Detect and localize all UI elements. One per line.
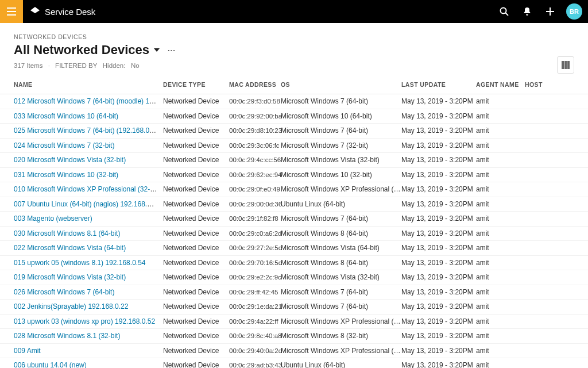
cell-last-update: May 13, 2019 - 3:20PM xyxy=(401,97,476,105)
cell-name: 012 Microsoft Windows 7 (64-bit) (moodle… xyxy=(14,97,163,105)
cell-mac: 00:0c:29:4a:22:ff xyxy=(229,318,281,325)
notifications-button[interactable] xyxy=(517,0,537,23)
table-row[interactable]: 010 Microsoft Windows XP Professional (3… xyxy=(0,182,588,197)
cell-device-type: Networked Device xyxy=(163,185,229,193)
cell-last-update: May 13, 2019 - 3:20PM xyxy=(401,185,476,193)
table-row[interactable]: 006 ubuntu 14.04 (new)Networked Device00… xyxy=(0,358,588,368)
cell-last-update: May 13, 2019 - 3:20PM xyxy=(401,214,476,223)
search-button[interactable] xyxy=(494,0,514,23)
page-title[interactable]: All Networked Devices xyxy=(14,43,149,57)
col-header-device-type[interactable]: DEVICE TYPE xyxy=(163,81,229,88)
user-avatar[interactable]: BR xyxy=(566,3,582,20)
device-link[interactable]: 007 Ubuntu Linux (64-bit) (nagios) 192.1… xyxy=(14,200,161,208)
cell-agent: amit xyxy=(476,244,525,252)
more-actions-button[interactable]: ··· xyxy=(168,46,176,55)
col-header-os[interactable]: OS xyxy=(281,81,401,88)
table-row[interactable]: 009 AmitNetworked Device00:0c:29:40:0a:2… xyxy=(0,344,588,359)
table-row[interactable]: 002 Jenkins(Sprayable) 192.168.0.22Netwo… xyxy=(0,300,588,315)
col-header-mac[interactable]: MAC ADDRESS xyxy=(229,81,281,88)
device-link[interactable]: 022 Microsoft Windows Vista (64-bit) xyxy=(14,244,126,252)
cell-mac: 00:0c:29:d8:10:23 xyxy=(229,127,281,134)
cell-last-update: May 13, 2019 - 3:20PM xyxy=(401,361,476,368)
title-dropdown-caret[interactable] xyxy=(154,48,160,52)
cell-os: Microsoft Windows 7 (64-bit) xyxy=(281,214,401,223)
table-row[interactable]: 019 Microsoft Windows Vista (32-bit)Netw… xyxy=(0,270,588,285)
device-link[interactable]: 033 Microsoft Windows 10 (64-bit) xyxy=(14,112,118,120)
cell-os: Microsoft Windows Vista (32-bit) xyxy=(281,273,401,281)
cell-name: 013 upwork 03 (windows xp pro) 192.168.0… xyxy=(14,317,163,325)
cell-mac: 00:0c:29:62:ec:94 xyxy=(229,171,281,178)
app-name: Service Desk xyxy=(45,7,95,17)
device-link[interactable]: 019 Microsoft Windows Vista (32-bit) xyxy=(14,273,126,281)
cell-agent: amit xyxy=(476,171,525,179)
table-row[interactable]: 030 Microsoft Windows 8.1 (64-bit)Networ… xyxy=(0,227,588,241)
device-link[interactable]: 002 Jenkins(Sprayable) 192.168.0.22 xyxy=(14,302,128,310)
cell-agent: amit xyxy=(476,347,525,355)
col-header-agent[interactable]: AGENT NAME xyxy=(476,81,525,88)
table-row[interactable]: 025 Microsoft Windows 7 (64-bit) (192.16… xyxy=(0,124,588,139)
device-link[interactable]: 010 Microsoft Windows XP Professional (3… xyxy=(14,185,160,193)
cell-device-type: Networked Device xyxy=(163,156,229,164)
cell-device-type: Networked Device xyxy=(163,259,229,267)
svg-marker-8 xyxy=(154,48,160,52)
hamburger-menu-button[interactable] xyxy=(0,0,23,23)
brand-logo-icon xyxy=(30,6,40,17)
cell-agent: amit xyxy=(476,317,525,325)
svg-rect-10 xyxy=(564,61,567,69)
cell-os: Microsoft Windows 10 (64-bit) xyxy=(281,112,401,120)
cell-mac: 00:0c:29:f3:d0:58 xyxy=(229,98,281,105)
table-row[interactable]: 024 Microsoft Windows 7 (32-bit)Networke… xyxy=(0,139,588,154)
cell-mac: 00:0c:29:3c:06:fc xyxy=(229,142,281,149)
cell-os: Microsoft Windows 8 (64-bit) xyxy=(281,259,401,267)
cell-name: 025 Microsoft Windows 7 (64-bit) (192.16… xyxy=(14,126,163,135)
cell-os: Microsoft Windows Vista (32-bit) xyxy=(281,156,401,164)
col-header-name[interactable]: NAME xyxy=(14,81,163,88)
device-link[interactable]: 026 Microsoft Windows 7 (64-bit) xyxy=(14,288,114,296)
cell-device-type: Networked Device xyxy=(163,171,229,179)
bell-icon xyxy=(523,7,532,16)
device-link[interactable]: 028 Microsoft Windows 8.1 (32-bit) xyxy=(14,332,120,340)
table-row[interactable]: 015 upwork 05 (windows 8.1) 192.168.0.54… xyxy=(0,256,588,271)
cell-device-type: Networked Device xyxy=(163,112,229,120)
table-row[interactable]: 007 Ubuntu Linux (64-bit) (nagios) 192.1… xyxy=(0,197,588,212)
cell-agent: amit xyxy=(476,97,525,105)
cell-agent: amit xyxy=(476,288,525,296)
table-row[interactable]: 012 Microsoft Windows 7 (64-bit) (moodle… xyxy=(0,94,588,109)
cell-device-type: Networked Device xyxy=(163,229,229,237)
cell-name: 033 Microsoft Windows 10 (64-bit) xyxy=(14,112,163,120)
cell-os: Microsoft Windows 10 (32-bit) xyxy=(281,171,401,179)
device-link[interactable]: 024 Microsoft Windows 7 (32-bit) xyxy=(14,141,114,150)
table-row[interactable]: 031 Microsoft Windows 10 (32-bit)Network… xyxy=(0,168,588,183)
col-header-host[interactable]: HOST xyxy=(525,81,574,88)
add-button[interactable] xyxy=(540,0,560,23)
col-header-last-update[interactable]: LAST UPDATE xyxy=(401,81,476,88)
device-link[interactable]: 015 upwork 05 (windows 8.1) 192.168.0.54 xyxy=(14,259,145,267)
cell-mac: 00:0c:29:92:00:ba xyxy=(229,113,281,120)
column-settings-button[interactable] xyxy=(557,56,574,74)
cell-mac: 00:0c:29:00:0d:36 xyxy=(229,201,281,208)
table-row[interactable]: 026 Microsoft Windows 7 (64-bit)Networke… xyxy=(0,285,588,300)
svg-marker-3 xyxy=(30,7,40,13)
device-link[interactable]: 013 upwork 03 (windows xp pro) 192.168.0… xyxy=(14,317,155,325)
table-row[interactable]: 033 Microsoft Windows 10 (64-bit)Network… xyxy=(0,109,588,124)
cell-last-update: May 13, 2019 - 3:20PM xyxy=(401,302,476,310)
table-row[interactable]: 013 upwork 03 (windows xp pro) 192.168.0… xyxy=(0,315,588,329)
table-row[interactable]: 022 Microsoft Windows Vista (64-bit)Netw… xyxy=(0,241,588,256)
device-link[interactable]: 006 ubuntu 14.04 (new) xyxy=(14,361,87,368)
device-link[interactable]: 025 Microsoft Windows 7 (64-bit) (192.16… xyxy=(14,126,161,135)
table-row[interactable]: 003 Magento (webserver)Networked Device0… xyxy=(0,212,588,227)
table-row[interactable]: 028 Microsoft Windows 8.1 (32-bit)Networ… xyxy=(0,329,588,344)
cell-agent: amit xyxy=(476,361,525,368)
filter-value: No xyxy=(131,62,140,69)
cell-device-type: Networked Device xyxy=(163,302,229,310)
svg-rect-1 xyxy=(7,11,16,12)
cell-name: 022 Microsoft Windows Vista (64-bit) xyxy=(14,244,163,252)
device-link[interactable]: 003 Magento (webserver) xyxy=(14,214,92,223)
device-link[interactable]: 020 Microsoft Windows Vista (32-bit) xyxy=(14,156,126,164)
cell-mac: 00:0c:29:1e:da:21 xyxy=(229,303,281,310)
device-link[interactable]: 012 Microsoft Windows 7 (64-bit) (moodle… xyxy=(14,97,163,105)
device-link[interactable]: 030 Microsoft Windows 8.1 (64-bit) xyxy=(14,229,120,237)
device-link[interactable]: 031 Microsoft Windows 10 (32-bit) xyxy=(14,171,118,179)
device-link[interactable]: 009 Amit xyxy=(14,347,41,355)
table-row[interactable]: 020 Microsoft Windows Vista (32-bit)Netw… xyxy=(0,153,588,168)
